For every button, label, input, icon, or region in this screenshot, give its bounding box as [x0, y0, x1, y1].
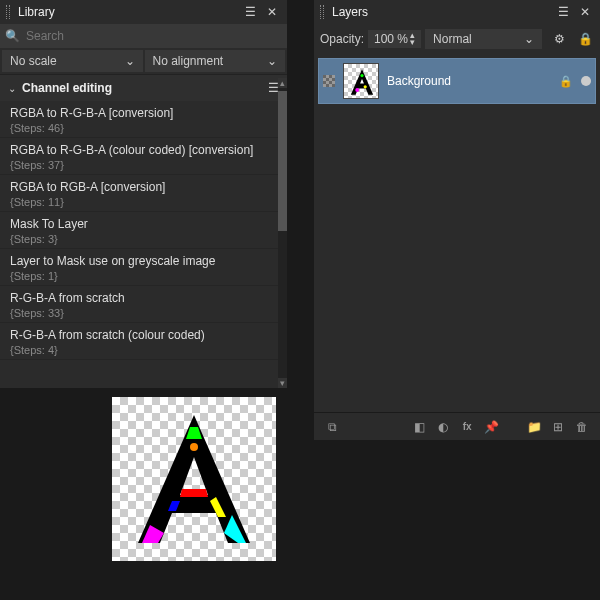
opacity-row: Opacity: 100 % ▴▾ Normal ⌄ ⚙ 🔒	[314, 24, 600, 54]
chevron-down-icon: ⌄	[524, 32, 534, 46]
folder-icon[interactable]: 📁	[525, 418, 543, 436]
library-tab-bar: Library ☰ ✕	[0, 0, 287, 24]
layers-list: Background 🔒	[314, 54, 600, 108]
list-item[interactable]: Mask To Layer{Steps: 3}	[0, 212, 287, 249]
alignment-dropdown-label: No alignment	[153, 54, 224, 68]
list-item[interactable]: RGBA to R-G-B-A [conversion]{Steps: 46}	[0, 101, 287, 138]
search-icon: 🔍	[5, 29, 20, 43]
opacity-stepper-icon[interactable]: ▴▾	[410, 32, 415, 46]
list-item[interactable]: R-G-B-A from scratch{Steps: 33}	[0, 286, 287, 323]
panel-close-icon[interactable]: ✕	[263, 3, 281, 21]
duplicate-icon[interactable]: ⊞	[549, 418, 567, 436]
chevron-down-icon: ⌄	[125, 54, 135, 68]
chevron-down-icon: ⌄	[267, 54, 277, 68]
blend-mode-dropdown[interactable]: Normal ⌄	[425, 29, 542, 49]
scroll-up-icon[interactable]: ▴	[278, 78, 287, 88]
lock-icon[interactable]: 🔒	[576, 30, 594, 48]
scroll-down-icon[interactable]: ▾	[278, 378, 287, 388]
opacity-label: Opacity:	[320, 32, 364, 46]
panel-close-icon[interactable]: ✕	[576, 3, 594, 21]
chevron-down-icon: ⌄	[8, 83, 16, 94]
canvas-preview	[112, 397, 276, 561]
blend-mode-label: Normal	[433, 32, 472, 46]
library-tab-label[interactable]: Library	[18, 5, 237, 19]
alignment-dropdown[interactable]: No alignment ⌄	[145, 50, 286, 72]
layer-thumbnail[interactable]	[343, 63, 379, 99]
scrollbar-thumb[interactable]	[278, 91, 287, 231]
merge-icon[interactable]: ⧉	[323, 418, 341, 436]
layers-bottom-bar: ⧉ ◧ ◐ fx 📌 📁 ⊞ 🗑	[314, 412, 600, 440]
svg-point-0	[355, 88, 359, 92]
svg-point-3	[190, 443, 198, 451]
opacity-value: 100 %	[374, 32, 408, 46]
list-item[interactable]: RGBA to RGB-A [conversion]{Steps: 11}	[0, 175, 287, 212]
scale-dropdown[interactable]: No scale ⌄	[2, 50, 143, 72]
panel-menu-icon[interactable]: ☰	[554, 3, 572, 21]
scale-dropdown-label: No scale	[10, 54, 57, 68]
panel-menu-icon[interactable]: ☰	[241, 3, 259, 21]
fx-icon[interactable]: fx	[458, 418, 476, 436]
visibility-dot-icon[interactable]	[581, 76, 591, 86]
pin-icon[interactable]: 📌	[482, 418, 500, 436]
opacity-input[interactable]: 100 % ▴▾	[368, 30, 421, 48]
section-header[interactable]: ⌄ Channel editing ☰	[0, 74, 287, 101]
section-title: Channel editing	[22, 81, 268, 95]
layer-row[interactable]: Background 🔒	[318, 58, 596, 104]
mask-icon[interactable]: ◧	[410, 418, 428, 436]
layers-tab-label[interactable]: Layers	[332, 5, 550, 19]
search-row: 🔍	[0, 24, 287, 48]
svg-point-1	[360, 74, 363, 77]
transparency-icon[interactable]	[323, 75, 335, 87]
list-item[interactable]: Layer to Mask use on greyscale image{Ste…	[0, 249, 287, 286]
svg-point-2	[364, 85, 367, 88]
scrollbar[interactable]	[278, 88, 287, 384]
list-item[interactable]: RGBA to R-G-B-A (colour coded) [conversi…	[0, 138, 287, 175]
dock-grip-icon[interactable]	[6, 5, 10, 19]
lock-icon[interactable]: 🔒	[559, 75, 573, 88]
gear-icon[interactable]: ⚙	[550, 30, 568, 48]
list-item[interactable]: R-G-B-A from scratch (colour coded){Step…	[0, 323, 287, 360]
trash-icon[interactable]: 🗑	[573, 418, 591, 436]
layer-name: Background	[387, 74, 551, 88]
adjustment-icon[interactable]: ◐	[434, 418, 452, 436]
macro-list[interactable]: RGBA to R-G-B-A [conversion]{Steps: 46} …	[0, 101, 287, 393]
dock-grip-icon[interactable]	[320, 5, 324, 19]
search-input[interactable]	[26, 29, 282, 43]
layers-tab-bar: Layers ☰ ✕	[314, 0, 600, 24]
